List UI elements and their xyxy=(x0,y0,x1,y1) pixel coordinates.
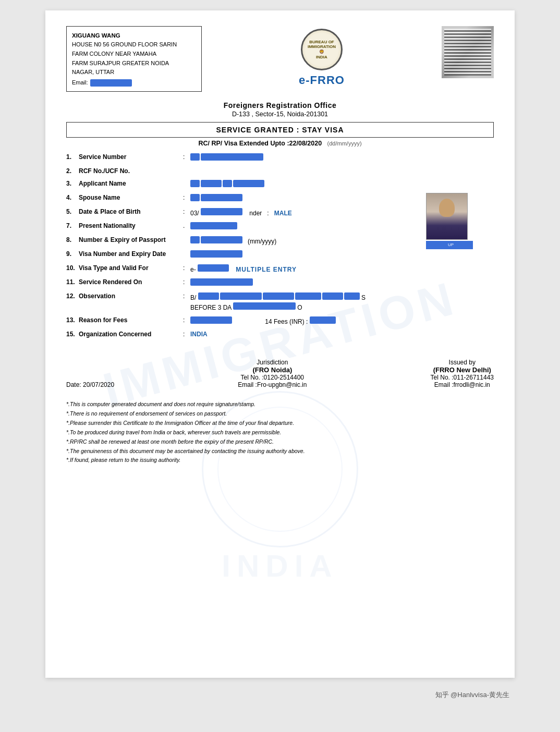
issued-office: (FRRO New Delhi) xyxy=(431,366,494,374)
field-service-number: 1. Service Number : xyxy=(66,153,494,162)
field-org-concerned: 15. Organization Concerned : INDIA xyxy=(66,331,494,338)
footer-note-7: *.If found, please return to the issuing… xyxy=(66,456,494,465)
r1 xyxy=(190,153,200,161)
r1 xyxy=(190,278,253,286)
field-num-13: 13. xyxy=(66,316,79,324)
footer-note-3: *.Please surrender this Certificate to t… xyxy=(66,419,494,428)
field-label-visa-number: Visa Number and Expiry Date xyxy=(79,250,183,258)
r2 xyxy=(220,292,262,300)
qr-code-image xyxy=(444,29,491,76)
photo-label-r2 xyxy=(455,241,463,249)
field-label-dob: Date & Place of Birth xyxy=(79,208,183,215)
date-label: Date: 20/07/2020 xyxy=(66,381,114,388)
field-label-nationality: Present Nationality xyxy=(79,222,183,229)
field-num-1: 1. xyxy=(66,153,79,161)
email-redacted xyxy=(90,79,132,87)
field-num-3: 3. xyxy=(66,180,79,187)
r6 xyxy=(344,292,360,300)
gender-value: MALE xyxy=(274,210,292,217)
r4 xyxy=(295,292,321,300)
field-label-observation: Observation xyxy=(79,292,183,300)
jurisdiction-center: Jurisdiction (FRO Noida) Tel No. :0120-2… xyxy=(238,359,307,388)
field-value-visa-number xyxy=(190,250,494,259)
field-num-15: 15. xyxy=(66,331,79,338)
fees-amount-redacted xyxy=(310,316,336,324)
address-line1: HOUSE N0 56 GROUND FLOOR SARIN xyxy=(72,40,196,50)
address-line4: NAGAR, UTTAR xyxy=(72,68,196,77)
org-address: D-133 , Sector-15, Noida-201301 xyxy=(66,111,494,118)
colon-1: : xyxy=(183,153,190,161)
applicant-name-header: XIGUANG WANG xyxy=(72,31,196,40)
address-line2: FARM COLONY NEAR YAMAHA xyxy=(72,50,196,59)
field-label-service-number: Service Number xyxy=(79,153,183,161)
colon-12: : xyxy=(183,292,190,300)
date-section: Date: 20/07/2020 xyxy=(66,381,114,388)
field-num-10: 10. xyxy=(66,264,79,272)
photo-image xyxy=(427,193,467,239)
obs-redacted1 xyxy=(198,292,360,300)
jurisdiction-section: Date: 20/07/2020 Jurisdiction (FRO Noida… xyxy=(66,353,494,388)
dob-redacted xyxy=(201,208,242,215)
fees-redacted xyxy=(190,316,232,324)
observation-line2: BEFORE 3 DA O xyxy=(190,302,494,311)
field-value-service-rendered xyxy=(190,278,494,287)
address-line3: FARM SURAJPUR GREATER NOIDA xyxy=(72,59,196,68)
r1 xyxy=(190,250,242,258)
r1 xyxy=(190,316,232,324)
colon-11: : xyxy=(183,278,190,286)
logo-text: BUREAU OFIMMIGRATION🦁INDIA xyxy=(308,40,336,59)
r1 xyxy=(201,208,242,215)
passport-format: (mm/yyyy) xyxy=(248,238,276,245)
field-label-org-concerned: Organization Concerned xyxy=(79,331,183,338)
r2 xyxy=(201,180,222,187)
r1 xyxy=(190,180,200,187)
bureau-logo: BUREAU OFIMMIGRATION🦁INDIA xyxy=(301,29,343,70)
r2 xyxy=(201,153,263,161)
field-visa-number: 9. Visa Number and Expiry Date xyxy=(66,250,494,259)
field-value-applicant xyxy=(190,180,494,189)
photo-face xyxy=(439,199,455,217)
footer-note-2: *.There is no requirement of endorsement… xyxy=(66,409,494,419)
field-num-11: 11. xyxy=(66,278,79,286)
org-name: Foreigners Registration Office xyxy=(66,101,494,109)
credit-text: 知乎 @Hanlvvisa-黄先生 xyxy=(435,691,510,699)
r1 xyxy=(190,222,237,229)
address-block: XIGUANG WANG HOUSE N0 56 GROUND FLOOR SA… xyxy=(66,26,202,92)
field-value-observation: B/ S BEFORE 3 DA xyxy=(190,292,494,311)
field-label-service-rendered: Service Rendered On xyxy=(79,278,183,286)
r1 xyxy=(198,292,219,300)
multiple-entry: MULTIPLE ENTRY xyxy=(236,266,297,273)
jurisdiction-tel: Tel No. :0120-2514400 xyxy=(238,374,307,381)
service-number-redacted xyxy=(190,153,263,161)
visa-extended-format: (dd/mm/yyyy) xyxy=(327,140,362,147)
field-label-applicant: Applicant Name xyxy=(79,180,183,187)
applicant-name-redacted xyxy=(190,180,264,187)
colon-10: : xyxy=(183,264,190,272)
photo-label-r1 xyxy=(436,241,446,249)
r5 xyxy=(322,292,343,300)
field-service-rendered: 11. Service Rendered On : xyxy=(66,278,494,287)
r3 xyxy=(263,292,294,300)
service-granted-box: SERVICE GRANTED : STAY VISA xyxy=(66,122,494,138)
field-applicant-name: 3. Applicant Name xyxy=(66,180,494,189)
field-value-reason-fees: 14 Fees (INR) : xyxy=(190,316,494,325)
field-label-rcf: RCF No./UCF No. xyxy=(79,167,183,175)
jurisdiction-office: (FRO Noida) xyxy=(238,366,307,374)
fees-label: 14 Fees (INR) : xyxy=(265,318,308,325)
field-num-8: 8. xyxy=(66,236,79,243)
field-num-2: 2. xyxy=(66,167,79,175)
field-observation: 12. Observation : B/ S xyxy=(66,292,494,311)
jurisdiction-label: Jurisdiction xyxy=(238,359,307,366)
field-num-7: 7. xyxy=(66,222,79,229)
field-num-4: 4. xyxy=(66,194,79,201)
r3 xyxy=(223,180,232,187)
field-num-12: 12. xyxy=(66,292,79,300)
efrro-title: e-FRRO xyxy=(299,74,345,87)
r2 xyxy=(201,194,242,201)
issued-email: Email :frrodli@nic.in xyxy=(431,381,494,388)
field-value-visa-type: e- MULTIPLE ENTRY xyxy=(190,264,494,273)
colon-5: : xyxy=(183,208,190,215)
footer-note-6: *.The genuineness of this document may b… xyxy=(66,447,494,456)
field-label-spouse: Spouse Name xyxy=(79,194,183,201)
r2 xyxy=(201,236,242,243)
